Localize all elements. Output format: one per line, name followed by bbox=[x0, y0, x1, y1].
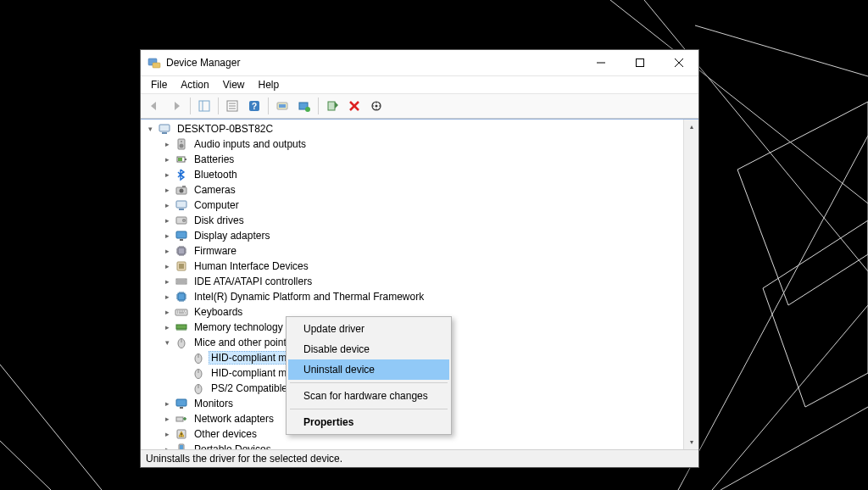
svg-point-20 bbox=[305, 107, 310, 112]
scroll-down-icon[interactable]: ▾ bbox=[684, 435, 698, 449]
battery-icon bbox=[175, 153, 188, 166]
twisty-none bbox=[178, 367, 190, 379]
toolbar-help-button[interactable]: ? bbox=[244, 96, 264, 116]
tree-category[interactable]: ▸Display adapters bbox=[158, 228, 683, 243]
tree-item-label: DESKTOP-0BST82C bbox=[175, 122, 275, 136]
menu-file[interactable]: File bbox=[144, 77, 174, 92]
svg-rect-18 bbox=[279, 104, 286, 108]
twisty-closed-icon[interactable]: ▸ bbox=[161, 260, 173, 272]
scroll-up-icon[interactable]: ▴ bbox=[684, 120, 698, 134]
tree-category[interactable]: ▸Intel(R) Dynamic Platform and Thermal F… bbox=[158, 289, 683, 304]
tree-category[interactable]: ▸Audio inputs and outputs bbox=[158, 136, 683, 152]
mouse-icon bbox=[192, 381, 205, 395]
menu-help[interactable]: Help bbox=[252, 77, 287, 92]
twisty-closed-icon[interactable]: ▸ bbox=[161, 321, 173, 333]
twisty-closed-icon[interactable]: ▸ bbox=[161, 398, 173, 409]
tree-category[interactable]: ▸Portable Devices bbox=[158, 442, 683, 449]
maximize-button[interactable] bbox=[620, 50, 659, 75]
twisty-closed-icon[interactable]: ▸ bbox=[161, 230, 173, 242]
twisty-none bbox=[178, 352, 190, 364]
svg-rect-4 bbox=[153, 63, 160, 68]
twisty-open-icon[interactable]: ▾ bbox=[161, 337, 173, 348]
twisty-closed-icon[interactable]: ▸ bbox=[161, 276, 173, 287]
close-button[interactable] bbox=[659, 50, 698, 75]
tree-category[interactable]: ▸Computer bbox=[158, 198, 683, 213]
tree-category[interactable]: ▸IDE ATA/ATAPI controllers bbox=[158, 274, 683, 289]
tree-category[interactable]: ▸Firmware bbox=[158, 243, 683, 259]
tree-item-label: Display adapters bbox=[192, 229, 272, 242]
tree-root-node[interactable]: ▾DESKTOP-0BST82C bbox=[141, 121, 683, 136]
toolbar-scan-button[interactable] bbox=[272, 96, 292, 116]
svg-rect-9 bbox=[199, 101, 209, 111]
memory-icon bbox=[175, 320, 188, 334]
minimize-button[interactable] bbox=[581, 50, 620, 75]
speaker-icon bbox=[175, 137, 188, 151]
twisty-open-icon[interactable]: ▾ bbox=[144, 123, 156, 135]
svg-rect-47 bbox=[176, 279, 186, 284]
toolbar-properties-button[interactable] bbox=[222, 96, 242, 116]
toolbar-separator bbox=[218, 97, 219, 114]
twisty-closed-icon[interactable]: ▸ bbox=[161, 245, 173, 257]
toolbar-back-button[interactable] bbox=[144, 96, 164, 116]
toolbar-uninstall-button[interactable] bbox=[344, 96, 364, 116]
twisty-closed-icon[interactable]: ▸ bbox=[161, 443, 173, 449]
tree-item-label: Monitors bbox=[192, 397, 236, 410]
tree-category[interactable]: ▸Human Interface Devices bbox=[158, 259, 683, 274]
twisty-closed-icon[interactable]: ▸ bbox=[161, 214, 173, 226]
toolbar-update-button[interactable] bbox=[294, 96, 314, 116]
toolbar-forward-button[interactable] bbox=[166, 96, 186, 116]
toolbar-enable-button[interactable] bbox=[322, 96, 342, 116]
twisty-closed-icon[interactable]: ▸ bbox=[161, 153, 173, 165]
status-text: Uninstalls the driver for the selected d… bbox=[146, 453, 342, 465]
svg-text:?: ? bbox=[252, 102, 257, 111]
status-bar: Uninstalls the driver for the selected d… bbox=[141, 449, 698, 467]
window-title: Device Manager bbox=[166, 57, 581, 69]
disk-icon bbox=[175, 214, 188, 227]
svg-rect-60 bbox=[180, 407, 183, 409]
menu-view[interactable]: View bbox=[216, 77, 252, 92]
twisty-closed-icon[interactable]: ▸ bbox=[161, 306, 173, 318]
tree-category[interactable]: ▸Cameras bbox=[158, 182, 683, 198]
computer-icon bbox=[175, 198, 188, 212]
context-menu-item[interactable]: Update driver bbox=[288, 319, 449, 339]
twisty-closed-icon[interactable]: ▸ bbox=[161, 413, 173, 425]
context-menu-item[interactable]: Disable device bbox=[288, 339, 449, 359]
twisty-closed-icon[interactable]: ▸ bbox=[161, 199, 173, 211]
chip-icon bbox=[175, 244, 188, 258]
context-menu-item[interactable]: Uninstall device bbox=[288, 359, 449, 380]
svg-rect-21 bbox=[328, 102, 335, 110]
tree-item-label: Disk drives bbox=[192, 214, 247, 227]
svg-rect-48 bbox=[178, 293, 185, 300]
toolbar-show-hide-tree-button[interactable] bbox=[194, 96, 214, 116]
hid-icon bbox=[175, 259, 188, 273]
monitor-icon bbox=[175, 397, 188, 410]
svg-rect-43 bbox=[180, 239, 183, 241]
tree-item-label: Bluetooth bbox=[192, 168, 240, 181]
tree-category[interactable]: ▸Batteries bbox=[158, 152, 683, 167]
network-icon bbox=[175, 412, 188, 426]
tree-item-label: Network adapters bbox=[192, 412, 276, 426]
twisty-closed-icon[interactable]: ▸ bbox=[161, 428, 173, 440]
menu-action[interactable]: Action bbox=[174, 77, 215, 92]
chip-blue-icon bbox=[175, 290, 188, 303]
computer-icon bbox=[158, 122, 171, 136]
twisty-closed-icon[interactable]: ▸ bbox=[161, 169, 173, 181]
tree-category[interactable]: ▸Bluetooth bbox=[158, 167, 683, 182]
toolbar-scan-hardware-button[interactable] bbox=[366, 96, 387, 116]
context-menu-separator bbox=[290, 409, 448, 409]
svg-point-35 bbox=[180, 189, 184, 193]
context-menu-item[interactable]: Scan for hardware changes bbox=[288, 386, 449, 406]
context-menu-item[interactable]: Properties bbox=[288, 412, 449, 432]
svg-rect-37 bbox=[176, 201, 186, 208]
monitor-icon bbox=[175, 229, 188, 242]
twisty-closed-icon[interactable]: ▸ bbox=[161, 291, 173, 303]
vertical-scrollbar[interactable]: ▴ ▾ bbox=[683, 120, 698, 449]
svg-point-25 bbox=[376, 105, 378, 108]
svg-line-8 bbox=[675, 58, 683, 67]
twisty-closed-icon[interactable]: ▸ bbox=[161, 184, 173, 196]
svg-point-30 bbox=[181, 141, 182, 142]
svg-rect-61 bbox=[176, 417, 183, 421]
tree-category[interactable]: ▸Disk drives bbox=[158, 213, 683, 228]
twisty-closed-icon[interactable]: ▸ bbox=[161, 138, 173, 150]
svg-rect-59 bbox=[176, 399, 186, 406]
